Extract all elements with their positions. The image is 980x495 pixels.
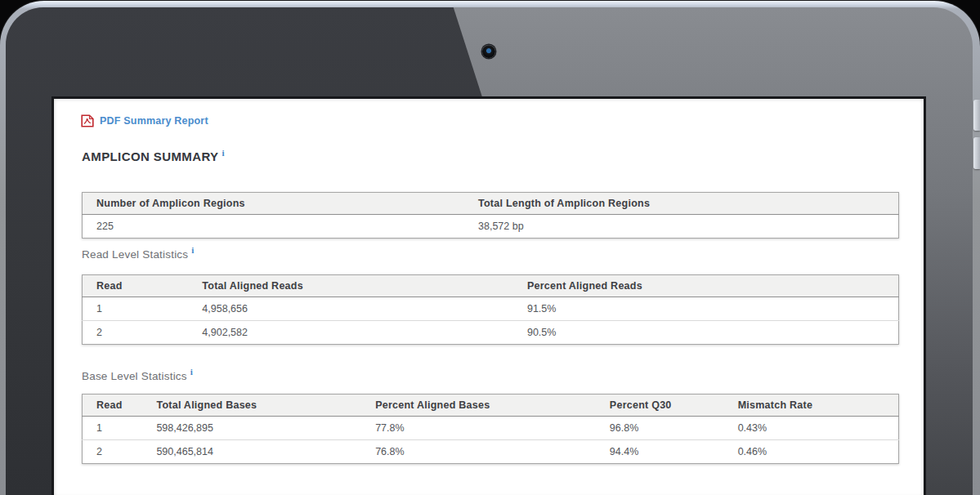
base-level-statistics-table: Read Total Aligned Bases Percent Aligned… [82,394,899,464]
cell-read: 1 [83,417,143,440]
cell-percent-aligned-reads: 91.5% [513,297,899,321]
info-icon-base-level[interactable]: i [190,367,193,377]
pdf-file-icon [81,114,94,127]
col-header: Mismatch Rate [724,395,899,417]
col-header: Percent Aligned Reads [513,275,899,297]
tablet-screen: PDF Summary Report AMPLICON SUMMARYi Num… [51,96,926,495]
col-header: Number of Amplicon Regions [83,193,465,215]
cell-total-aligned-bases: 590,465,814 [142,440,361,464]
cell-read: 1 [83,297,189,321]
volume-down-button [973,137,980,169]
read-level-statistics-label: Read Level Statisticsi [82,245,195,261]
cell-total-length: 38,572 bp [464,215,898,239]
section-title-amplicon-summary: AMPLICON SUMMARYi [82,148,225,163]
read-level-statistics-table: Read Total Aligned Reads Percent Aligned… [82,274,899,345]
cell-total-aligned-reads: 4,902,582 [188,321,513,345]
tablet-frame: PDF Summary Report AMPLICON SUMMARYi Num… [0,1,980,495]
base-level-statistics-label: Base Level Statisticsi [82,367,193,382]
cell-percent-aligned-bases: 76.8% [361,440,596,464]
cell-percent-aligned-bases: 77.8% [361,417,596,440]
cell-percent-aligned-reads: 90.5% [513,321,899,345]
cell-read: 2 [83,321,189,345]
pdf-link-label: PDF Summary Report [100,115,208,127]
table-row: 1 598,426,895 77.8% 96.8% 0.43% [83,417,899,440]
front-camera-icon [482,45,495,58]
table-header-row: Number of Amplicon Regions Total Length … [83,193,899,215]
col-header: Percent Aligned Bases [361,395,596,417]
table-row: 225 38,572 bp [83,215,899,239]
pdf-summary-report-link[interactable]: PDF Summary Report [81,114,208,127]
col-header: Total Length of Amplicon Regions [464,193,898,215]
table-header-row: Read Total Aligned Reads Percent Aligned… [83,275,899,297]
col-header: Read [83,395,143,417]
table-row: 1 4,958,656 91.5% [83,297,899,321]
col-header: Read [83,275,189,297]
cell-number-of-regions: 225 [83,215,465,239]
table-header-row: Read Total Aligned Bases Percent Aligned… [83,395,899,417]
tablet-bezel: PDF Summary Report AMPLICON SUMMARYi Num… [6,7,973,495]
info-icon-amplicon[interactable]: i [222,148,225,158]
table-row: 2 4,902,582 90.5% [83,321,899,345]
col-header: Total Aligned Reads [188,275,513,297]
report-page: PDF Summary Report AMPLICON SUMMARYi Num… [54,99,924,495]
cell-percent-q30: 94.4% [596,440,724,464]
volume-up-button [973,100,980,131]
cell-total-aligned-bases: 598,426,895 [142,417,361,440]
table-row: 2 590,465,814 76.8% 94.4% 0.46% [83,440,899,464]
info-icon-read-level[interactable]: i [191,245,194,255]
cell-read: 2 [83,440,143,464]
cell-mismatch-rate: 0.43% [724,417,899,440]
amplicon-summary-table: Number of Amplicon Regions Total Length … [82,192,899,239]
cell-mismatch-rate: 0.46% [724,440,899,464]
cell-percent-q30: 96.8% [596,417,724,440]
cell-total-aligned-reads: 4,958,656 [188,297,513,321]
col-header: Percent Q30 [596,395,724,417]
col-header: Total Aligned Bases [142,395,361,417]
